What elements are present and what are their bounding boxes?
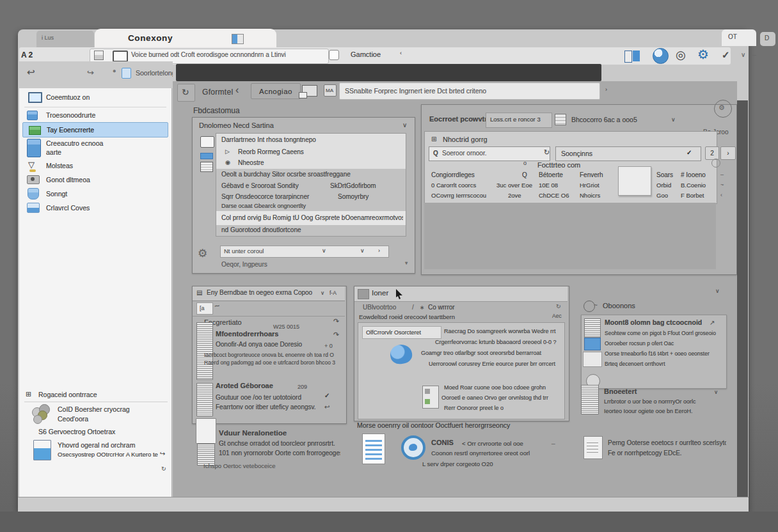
account-search-input[interactable]: Q Soeroor ornoor.	[429, 146, 550, 161]
doc-striped-icon	[581, 385, 599, 414]
redo-icon[interactable]: ↷	[333, 331, 339, 339]
prefs-caret3-icon[interactable]: ›	[378, 247, 380, 254]
back-icon[interactable]: ↩	[27, 66, 35, 78]
toolbar-caret-icon[interactable]: ›	[605, 86, 607, 93]
ma-pen-icon[interactable]: MA	[324, 84, 337, 97]
prefs-row[interactable]: Darrlartrneo Int rhosa tongntnepo	[216, 134, 406, 146]
prefs-row-label: nd Guorotood dnoutlortcone	[221, 226, 301, 233]
shortcut-icon[interactable]	[122, 68, 131, 79]
prefs-row[interactable]: Gébavd e Srooroat Sondity SkDrtGdofirbom	[216, 181, 406, 192]
tabbar-corner-button[interactable]: D	[760, 32, 775, 46]
prefs-input-chevron-icon[interactable]: ∨	[322, 247, 326, 254]
sidebar-item-document[interactable]: Creeacutro ecnooa aarte	[22, 138, 169, 159]
prefs-row-highlight[interactable]: Col prnd orvig Bu Romig tU Oog Grsprete …	[216, 211, 406, 225]
prefs-row[interactable]: Oeolt a burdchay Sitor ocsrbe sroastfreg…	[216, 169, 406, 181]
options-item2-caret-icon[interactable]: ∨	[714, 389, 718, 395]
prefs-title: Fbdcastomua	[193, 106, 240, 115]
account-tab-active[interactable]: Eocrroet pcowvtr	[429, 115, 487, 123]
prefs-row-label2: Somoyrbry	[338, 193, 369, 200]
sidebar-item-tree[interactable]: Troesonoodrurte	[22, 109, 169, 123]
address-url[interactable]: Voice burned odt Croft eorodisgoe ocnnon…	[131, 51, 323, 58]
ioner-tab1[interactable]: UBlvootrtoo	[363, 304, 396, 311]
copies-chevron-icon[interactable]: ∨	[321, 290, 324, 296]
account-tab-caret-icon[interactable]: ∨	[671, 116, 676, 123]
account-dropdown[interactable]: Soonçinns ✓	[555, 146, 701, 161]
sidebar-scroll-forward-icon[interactable]: ↪	[160, 450, 165, 457]
options-card-line: Seohtew come on pigot b Ffout Oorrl gros…	[605, 330, 721, 336]
account-tab-2[interactable]: Loss.crt e roncor 3	[486, 113, 552, 128]
prefs-row[interactable]: Darse ocaat Gbearck ongnoertlty	[216, 202, 406, 211]
sidebar-item-computer[interactable]: Coeemtuoz on	[22, 91, 169, 106]
account-tab-3[interactable]: Bhcocorro 6ac a ooo5	[571, 116, 637, 123]
ioner-tab2[interactable]: Co wrrror	[428, 304, 455, 311]
sidebar-scroll-refresh-icon[interactable]: ↻	[161, 465, 166, 472]
doc-list-icon[interactable]	[555, 114, 566, 125]
copies-item2[interactable]: Aroted Géboroae	[216, 382, 273, 389]
sidebar-bottom-header: Rogaceid oontrrace	[38, 391, 97, 398]
prefs-row[interactable]: Sqrr Onsdeocorce torarpincner Somoyrbry	[216, 192, 406, 202]
copies-item1[interactable]: Mfoentodrerrhoars	[216, 330, 278, 338]
tabbar-right-button[interactable]: OT	[722, 29, 756, 46]
mini-caret-icon[interactable]: ∨	[741, 51, 745, 58]
options-card[interactable]: Moont8 olomn bag ctcoocnoid ↗ Seohtew co…	[581, 315, 727, 389]
settings-gear-icon[interactable]: ⚙	[697, 47, 709, 62]
prefs-printer-icon	[200, 162, 213, 172]
prefs-row-label: Nheostre	[238, 159, 264, 166]
sidebar-bottom-item-sound[interactable]: Yhovrd ogeral nd orchram Osecsyostrep OO…	[29, 440, 168, 462]
copyright-icon[interactable]: ◎	[676, 48, 686, 62]
copies-item1-plus: + 0	[324, 343, 333, 349]
cascade-windows-icon[interactable]	[302, 85, 317, 97]
ioner-line: Crgerrfeorvorrac krtunb bbaoaord oreoeol…	[435, 339, 562, 345]
globe-icon[interactable]	[653, 48, 669, 64]
camera-lens	[31, 177, 35, 181]
toolbar-search-input[interactable]: SSnablte Forprec Ingrnert iere Dct brted…	[339, 82, 600, 100]
account-refresh-icon[interactable]: ↻	[544, 148, 550, 157]
toolbar-back-icon[interactable]: ‹	[235, 84, 239, 96]
address-menu[interactable]: Gamctioe	[351, 51, 381, 58]
bookmark-box-icon[interactable]	[329, 50, 339, 60]
prefs-row[interactable]: ◉ Nheostre	[216, 158, 406, 169]
prefs-dropdown-chevron-icon[interactable]: ∨	[402, 121, 407, 129]
copies-header[interactable]: ▤ Eny Berndbae tn oegeo exrna Copoo ∨ f-…	[193, 286, 345, 301]
sidebar-item-shared[interactable]: Crlavrcl Coves	[22, 202, 169, 216]
ioner-refresh-icon[interactable]: ↻	[556, 303, 561, 309]
prefs-scroll-icon[interactable]: ▾	[405, 260, 408, 266]
extension-icon[interactable]	[94, 51, 104, 60]
sidebar-bottom-item-properties[interactable]: S6 Gervoectrog Ortoetrax	[29, 427, 168, 439]
prefs-row-label: Gébavd e Srooroat Sondity	[221, 182, 299, 189]
sidebar-item-filters[interactable]: ▽ Molsteas	[22, 160, 169, 174]
ioner-chip[interactable]: OlfCrrorvlr Osorcteret	[362, 326, 441, 339]
ioner-panel: Ioner UBlvootrtoo / ∗ Co wrrror ↻ Eowdel…	[354, 286, 569, 421]
prefs-row[interactable]: nd Guorotood dnoutlortcone	[216, 225, 406, 236]
account-next-button[interactable]: ›	[720, 146, 736, 160]
prefs-blue-band-icon	[200, 153, 213, 159]
prefs-dropdown[interactable]: Dnolomeo Necd Sartina	[199, 121, 274, 129]
options-chevron-icon[interactable]: ∨	[715, 288, 720, 294]
folder-icon	[27, 111, 38, 120]
prefs-row[interactable]: ▷ Reorb Rormeg Caeens	[216, 146, 406, 158]
browser-tab-main[interactable]: Conexony	[95, 29, 276, 49]
sidebar-item-selected[interactable]: Tay Eoencrrerte	[22, 122, 168, 137]
stamp-box[interactable]: [a	[196, 302, 213, 315]
funnel-accent	[29, 169, 36, 172]
options-item2[interactable]: Bnoeetert	[604, 387, 637, 395]
sidebar-bottom-item-color[interactable]: CoID Boersher cryocrag Ceod'oora	[29, 404, 168, 426]
sidebar-item-camera[interactable]: Gonot dltmeoa	[22, 174, 169, 188]
browser-tab-small[interactable]: i Lus	[36, 31, 94, 47]
th-c3: Bétoerte	[539, 171, 563, 178]
check-icon[interactable]: ✓	[722, 49, 730, 61]
prefs-caret2-icon[interactable]: ∨	[360, 247, 365, 254]
options-arrow-icon[interactable]: ↗	[710, 319, 715, 326]
split-view-icon[interactable]	[624, 51, 640, 61]
forward-icon[interactable]: ↪	[87, 68, 94, 77]
td-c6: F Borbet	[681, 192, 704, 199]
sidebar-item-settings[interactable]: Sonngt	[22, 188, 169, 202]
device-monitor-icon[interactable]	[113, 51, 128, 62]
action-button[interactable]: Acnogiao	[251, 83, 301, 99]
account-page-button[interactable]: 2	[705, 146, 719, 160]
color-swatch[interactable]	[618, 166, 651, 196]
home-button[interactable]: ↻	[177, 84, 195, 102]
ioner-header[interactable]: Ioner	[354, 286, 568, 302]
th-c5: Soars	[656, 171, 673, 178]
redo-icon[interactable]: ↷	[333, 317, 339, 325]
